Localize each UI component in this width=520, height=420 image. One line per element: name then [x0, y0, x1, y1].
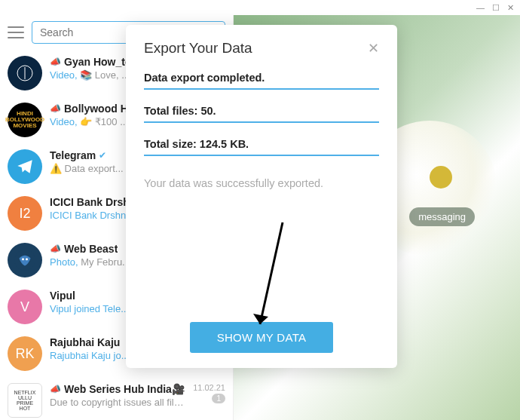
- avatar: NETFLIX ULLUPRIME HOT: [8, 383, 42, 418]
- export-data-modal: Export Your Data ✕ Data export completed…: [126, 25, 397, 368]
- chat-item[interactable]: NETFLIX ULLUPRIME HOT 📣Web Series Hub In…: [0, 377, 233, 420]
- avatar: [8, 56, 42, 90]
- chat-meta: 11.02.21 1: [193, 383, 225, 418]
- total-files-line: Total files: 50.: [144, 105, 379, 123]
- svg-point-2: [22, 258, 24, 260]
- window-titlebar: — ☐ ✕: [0, 0, 520, 15]
- chat-title: Rajubhai Kaju: [50, 336, 120, 348]
- unread-badge: 1: [212, 394, 225, 403]
- status-pill: messaging: [409, 207, 475, 226]
- success-message: Your data was successfully exported.: [144, 177, 379, 189]
- svg-point-3: [26, 258, 28, 260]
- chat-title: ICICI Bank Drsh...: [50, 196, 138, 208]
- channel-icon: 📣: [50, 244, 61, 254]
- chat-title: Telegram: [50, 149, 96, 161]
- avatar: V: [8, 290, 42, 324]
- close-window-button[interactable]: ✕: [507, 3, 514, 13]
- avatar: [8, 243, 42, 277]
- avatar: RK: [8, 336, 42, 371]
- chat-title: Gyan How_to: [64, 56, 131, 68]
- verified-icon: ✔: [99, 150, 106, 161]
- minimize-button[interactable]: —: [476, 3, 485, 12]
- channel-icon: 📣: [50, 103, 61, 114]
- chat-date: 11.02.21: [193, 383, 225, 392]
- total-size-line: Total size: 124.5 KB.: [144, 138, 379, 156]
- avatar: HINDIBOLLYWOODMOVIES: [8, 103, 42, 137]
- chat-title: Vipul: [50, 290, 75, 302]
- export-status-line: Data export completed.: [144, 72, 379, 90]
- modal-title: Export Your Data: [144, 40, 252, 57]
- channel-icon: 📣: [50, 384, 61, 394]
- hamburger-menu-icon[interactable]: [8, 26, 24, 38]
- chat-title: Web Series Hub India🎥: [64, 383, 185, 395]
- avatar: I2: [8, 196, 42, 231]
- maximize-button[interactable]: ☐: [492, 3, 500, 13]
- chat-title: Web Beast: [64, 243, 118, 255]
- chat-preview: Due to copyright issues all files ar...: [50, 397, 185, 408]
- show-my-data-button[interactable]: SHOW MY DATA: [190, 322, 334, 353]
- avatar: [8, 149, 42, 184]
- channel-icon: 📣: [50, 57, 61, 67]
- close-icon[interactable]: ✕: [368, 40, 379, 57]
